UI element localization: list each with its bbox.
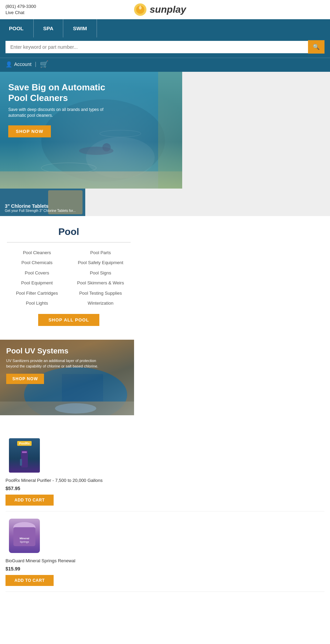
poolrx-image — [9, 438, 40, 473]
account-link[interactable]: 👤 Account — [6, 61, 32, 68]
account-bar: 👤 Account | 🛒 — [0, 58, 330, 72]
site-logo[interactable]: sunplay — [133, 3, 186, 16]
svg-text:Mineral: Mineral — [20, 537, 29, 540]
search-bar: 🔍 — [0, 37, 330, 58]
hero-subtitle: Save with deep discounts on all brands a… — [8, 107, 118, 118]
live-chat-link[interactable]: Live Chat — [6, 10, 36, 16]
product-price-poolrx: $57.95 — [6, 486, 324, 491]
nav-pool[interactable]: POOL — [6, 19, 34, 37]
svg-rect-9 — [0, 171, 182, 189]
uv-banner: Pool UV Systems UV Sanitizers provide an… — [0, 340, 134, 415]
pool-link-safety[interactable]: Pool Safety Equipment — [70, 259, 131, 267]
nav-spa[interactable]: SPA — [34, 19, 64, 37]
product-image-bioguard: Mineral Springs — [6, 517, 43, 555]
uv-section: Pool UV Systems UV Sanitizers provide an… — [0, 336, 330, 424]
pool-link-equipment[interactable]: Pool Equipment — [7, 279, 67, 287]
add-to-cart-poolrx[interactable]: ADD TO CART — [6, 495, 54, 506]
products-section: PoolRx Mineral Purifier - 7,500 to 20,00… — [0, 424, 330, 599]
pool-link-testing[interactable]: Pool Testing Supplies — [70, 289, 131, 297]
chlorine-subtitle: Get your Full Strength 3" Chlorine Table… — [5, 209, 76, 213]
hero-content: Save Big on Automatic Pool Cleaners Save… — [8, 82, 118, 137]
account-label: Account — [14, 61, 32, 67]
pool-category-section: Pool Pool Cleaners Pool Parts Pool Chemi… — [0, 216, 138, 336]
product-name-poolrx: PoolRx Mineral Purifier - 7,500 to 20,00… — [6, 478, 324, 484]
pool-links-grid: Pool Cleaners Pool Parts Pool Chemicals … — [7, 249, 131, 307]
chlorine-banner: 3" Chlorine Tablets Get your Full Streng… — [0, 189, 85, 216]
pool-link-covers[interactable]: Pool Covers — [7, 269, 67, 277]
pool-link-skimmers[interactable]: Pool Skimmers & Weirs — [70, 279, 131, 287]
pool-link-lights[interactable]: Pool Lights — [7, 299, 67, 307]
pool-link-parts[interactable]: Pool Parts — [70, 249, 131, 257]
pool-link-chemicals[interactable]: Pool Chemicals — [7, 259, 67, 267]
add-to-cart-bioguard[interactable]: ADD TO CART — [6, 575, 54, 586]
hero-shop-now-button[interactable]: SHOP NOW — [8, 125, 51, 137]
uv-content: Pool UV Systems UV Sanitizers provide an… — [6, 347, 102, 384]
hero-title: Save Big on Automatic Pool Cleaners — [8, 82, 118, 103]
pool-section-title: Pool — [7, 226, 131, 237]
shop-all-pool-button[interactable]: SHOP ALL POOL — [38, 314, 99, 326]
nav-swim[interactable]: SWIM — [63, 19, 97, 37]
logo-icon — [133, 3, 147, 16]
uv-title: Pool UV Systems — [6, 347, 102, 355]
svg-rect-22 — [20, 459, 22, 466]
search-button[interactable]: 🔍 — [308, 40, 324, 54]
svg-point-6 — [102, 143, 111, 151]
pool-link-winterization[interactable]: Winterization — [70, 299, 131, 307]
bioguard-image: Mineral Springs — [9, 519, 40, 553]
pool-link-cleaners[interactable]: Pool Cleaners — [7, 249, 67, 257]
bioguard-bag-svg: Mineral Springs — [11, 520, 38, 551]
top-bar: (801) 479-3300 Live Chat sunplay — [0, 0, 330, 19]
account-divider: | — [35, 61, 36, 67]
phone-number[interactable]: (801) 479-3300 — [6, 3, 36, 10]
user-icon: 👤 — [6, 61, 12, 68]
chlorine-content: 3" Chlorine Tablets Get your Full Streng… — [5, 203, 76, 213]
svg-text:Springs: Springs — [20, 540, 29, 543]
search-icon: 🔍 — [313, 44, 320, 50]
pool-divider — [7, 242, 131, 242]
svg-point-17 — [55, 403, 96, 414]
svg-rect-10 — [158, 72, 182, 189]
cart-button[interactable]: 🛒 — [40, 60, 48, 68]
search-input[interactable] — [6, 41, 308, 53]
chlorine-title: 3" Chlorine Tablets — [5, 203, 76, 209]
product-card-poolrx: PoolRx Mineral Purifier - 7,500 to 20,00… — [6, 431, 324, 511]
logo-text: sunplay — [150, 4, 186, 15]
hero-banner: Save Big on Automatic Pool Cleaners Save… — [0, 72, 182, 189]
contact-info: (801) 479-3300 Live Chat — [6, 3, 36, 16]
main-navigation: POOL SPA SWIM — [0, 19, 330, 37]
product-price-bioguard: $15.99 — [6, 566, 324, 572]
product-name-bioguard: BioGuard Mineral Springs Renewal — [6, 558, 324, 564]
svg-rect-21 — [22, 451, 27, 453]
pool-link-filters[interactable]: Pool Filter Cartridges — [7, 289, 67, 297]
product-card-bioguard: Mineral Springs BioGuard Mineral Springs… — [6, 511, 324, 592]
product-image-poolrx — [6, 437, 43, 474]
uv-shop-now-button[interactable]: SHOP NOW — [6, 374, 44, 384]
poolrx-bottle-svg — [16, 449, 33, 469]
uv-subtitle: UV Sanitizers provide an additional laye… — [6, 358, 102, 369]
hero-section: Save Big on Automatic Pool Cleaners Save… — [0, 72, 330, 216]
pool-link-signs[interactable]: Pool Signs — [70, 269, 131, 277]
